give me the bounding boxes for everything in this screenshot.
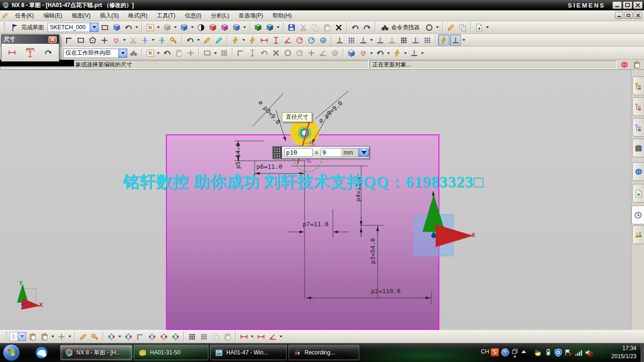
- snap-dropdown-icon[interactable]: [157, 52, 160, 54]
- dialog-rail-icon[interactable]: [630, 60, 643, 70]
- close-button[interactable]: [633, 1, 643, 9]
- toolbar-grip[interactable]: [5, 332, 8, 341]
- tab-part-navigator[interactable]: [632, 118, 644, 137]
- taskbar-item-folder[interactable]: HA01-31-50: [134, 345, 208, 360]
- measure-angle-button[interactable]: [267, 331, 278, 342]
- delete-button[interactable]: [333, 22, 344, 33]
- help-tray-icon[interactable]: ?: [501, 348, 509, 356]
- dimension-label-p7[interactable]: p7=11.0: [303, 221, 329, 228]
- volume-muted-tray-icon[interactable]: [585, 348, 593, 357]
- pan-view-button[interactable]: [264, 22, 275, 33]
- sketch-group-overflow-icon[interactable]: [135, 26, 138, 28]
- selrect-dropdown-icon[interactable]: [214, 52, 217, 54]
- grid-button[interactable]: [186, 331, 198, 342]
- start-button[interactable]: [3, 344, 20, 361]
- wcs-dynamics-button[interactable]: [56, 331, 67, 342]
- menu-preferences[interactable]: 首选项(P): [234, 10, 268, 21]
- auto-dimension-button[interactable]: [247, 34, 258, 46]
- tab-assembly-navigator[interactable]: [632, 76, 644, 95]
- menu-format[interactable]: 格式(R): [124, 10, 152, 21]
- dimension-name-input[interactable]: [284, 148, 313, 157]
- cut-button[interactable]: [297, 22, 309, 33]
- dimension-label-p5[interactable]: p5=14.0: [234, 143, 241, 169]
- input-method-indicator[interactable]: CH: [481, 348, 489, 355]
- eraser-button[interactable]: [173, 48, 184, 59]
- step-constraint-3-button[interactable]: [170, 331, 181, 342]
- help-info-button[interactable]: [473, 22, 485, 33]
- copy-button[interactable]: [309, 22, 321, 33]
- selection-rectangle-button[interactable]: [201, 48, 213, 59]
- quick-dim-3-button[interactable]: [391, 48, 403, 59]
- dimension-palette-titlebar[interactable]: 尺寸: [1, 35, 59, 44]
- dimension-value-combo[interactable]: mm: [321, 148, 369, 157]
- palette-close-button[interactable]: [49, 36, 57, 43]
- constraint-gray-button[interactable]: [386, 34, 397, 46]
- pattern-curve-button[interactable]: [168, 34, 179, 46]
- battery-tray-icon[interactable]: [545, 348, 552, 356]
- extend-curve-button[interactable]: [213, 34, 224, 46]
- snap-grid-button[interactable]: [398, 34, 409, 46]
- undo-button[interactable]: [349, 22, 361, 33]
- offset-curve-button[interactable]: [156, 34, 167, 46]
- radial-dimension-button[interactable]: [305, 34, 317, 46]
- security-shield-tray-icon[interactable]: [554, 348, 562, 357]
- window-display-button[interactable]: [222, 331, 233, 342]
- snap-point-on-curve-button[interactable]: [317, 48, 329, 59]
- view-dropdown-icon[interactable]: [243, 26, 246, 28]
- dimension-label-p3[interactable]: p3=54.0: [369, 238, 376, 264]
- rendering-dropdown-icon[interactable]: [191, 26, 194, 28]
- tab-constraint-navigator[interactable]: [632, 97, 644, 116]
- mdi-minimize-button[interactable]: [615, 12, 623, 19]
- rapid-trim-button[interactable]: [127, 34, 139, 46]
- redo-button[interactable]: [361, 22, 372, 33]
- step-constraint-button[interactable]: [146, 331, 157, 342]
- selection-scope-button[interactable]: [423, 22, 435, 33]
- taskbar-clock[interactable]: 17:34 2015/1/23: [611, 345, 636, 361]
- snap-arc-center-button[interactable]: [282, 48, 293, 59]
- menu-view[interactable]: 视图(V): [67, 10, 95, 21]
- toolbar-grip[interactable]: [3, 23, 6, 32]
- help-overflow-icon[interactable]: [486, 26, 489, 28]
- signal-tray-icon[interactable]: [574, 348, 583, 357]
- perimeter-dimension-palette-button[interactable]: [41, 46, 56, 59]
- rollback-button[interactable]: [161, 48, 173, 59]
- fit-view-button[interactable]: [144, 22, 156, 33]
- snapshot-dropdown-icon[interactable]: [174, 26, 177, 28]
- minimize-button[interactable]: [612, 1, 622, 9]
- show-no-constraints-button[interactable]: [374, 34, 386, 46]
- snap-intersection-button[interactable]: [270, 48, 281, 59]
- menu-edit[interactable]: 编辑(E): [39, 10, 67, 21]
- mirror-curve-button[interactable]: [139, 34, 150, 46]
- scope-combo[interactable]: 仅在工作部件内部: [63, 49, 127, 58]
- address-book-2-button[interactable]: [39, 331, 50, 342]
- qq-penguin-tray-icon[interactable]: [534, 348, 542, 357]
- wcs-dropdown-icon[interactable]: [68, 336, 71, 337]
- background-button[interactable]: [195, 22, 206, 33]
- touch-mode-button[interactable]: [445, 22, 456, 33]
- pick-cursor-button[interactable]: [134, 331, 146, 342]
- address-book-button[interactable]: [27, 331, 38, 342]
- rendering-style-button[interactable]: [178, 22, 190, 33]
- measure-distance-button[interactable]: [255, 331, 266, 342]
- snap-existing-point-button[interactable]: [305, 48, 317, 59]
- vertical-constraint-button[interactable]: [410, 34, 421, 46]
- sketch-name-combo[interactable]: SKETCH_000: [48, 23, 99, 32]
- snap-sphere-button[interactable]: [329, 48, 340, 59]
- mirror-dropdown-icon[interactable]: [152, 39, 155, 41]
- studio-spline-button[interactable]: [110, 34, 122, 46]
- dimension-label-p6[interactable]: p6=11.0: [256, 163, 282, 170]
- dimension-value-input[interactable]: [321, 148, 341, 156]
- open-in-sketch-task-button[interactable]: [99, 22, 110, 33]
- ruler-dropdown-icon[interactable]: [251, 336, 254, 337]
- step-constraint-2-button[interactable]: [158, 331, 169, 342]
- selection-dropdown-icon[interactable]: [436, 26, 439, 28]
- tab-internet-explorer[interactable]: [632, 162, 644, 181]
- sketch-tools-overflow-icon[interactable]: [462, 39, 465, 41]
- tray-caret-icon[interactable]: [513, 356, 516, 358]
- constraint-3-button[interactable]: [408, 48, 420, 59]
- tab-history[interactable]: [631, 206, 644, 224]
- menu-task[interactable]: 任务(K): [10, 10, 39, 21]
- replay-dropdown-icon[interactable]: [118, 336, 121, 337]
- auto-constrain-button[interactable]: [346, 34, 357, 46]
- edit-box-drag-handle[interactable]: [273, 147, 282, 158]
